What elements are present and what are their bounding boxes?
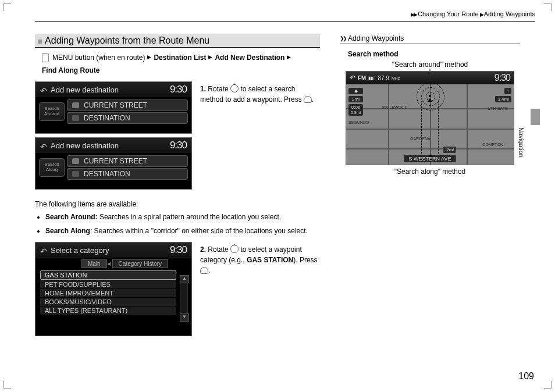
menu-button-icon xyxy=(42,53,49,62)
available-intro: The following items are available: xyxy=(35,200,320,208)
bullet-label: Search Around: xyxy=(45,213,98,221)
press-knob-icon xyxy=(304,96,312,103)
back-arrow-icon xyxy=(40,86,48,94)
step-text-a: Rotate xyxy=(208,85,230,93)
side-button-search-along: Search Along xyxy=(39,158,65,177)
press-knob-icon xyxy=(200,267,208,274)
section-title-text: Adding Waypoints from the Route Menu xyxy=(45,35,209,46)
section-title: ■ Adding Waypoints from the Route Menu xyxy=(35,34,320,48)
clock: 9:30 xyxy=(170,84,187,95)
screen-title: Add new destination xyxy=(51,85,119,94)
tab-main: Main xyxy=(81,259,107,268)
menu-path-step3: Find Along Route xyxy=(42,65,100,76)
bullet-search-around: Search Around: Searches in a spiral patt… xyxy=(45,212,320,222)
back-arrow-icon: ↶ xyxy=(350,74,355,82)
back-arrow-icon xyxy=(40,247,48,255)
city-label: UTH GATE xyxy=(488,106,508,111)
map-screenshot: ↶ FM ▮▮▯ 87.9MHz 9:30 xyxy=(346,71,514,165)
section-side-tab xyxy=(531,109,540,125)
menu-path-step2: Add New Destination xyxy=(215,52,284,63)
turn-icon: ↑ xyxy=(504,88,511,94)
step-text-a: Rotate xyxy=(208,245,230,254)
street-label: S WESTERN AVE xyxy=(404,155,456,162)
sidebar-header-text: Adding Waypoints xyxy=(348,34,404,42)
scale-badge: .2mi xyxy=(443,147,456,153)
period: . xyxy=(208,266,210,275)
back-arrow-icon xyxy=(40,142,48,150)
fm-freq: 87.9 xyxy=(378,75,389,81)
city-label: COMPTON xyxy=(482,142,503,147)
list-item: CURRENT STREET xyxy=(67,99,188,111)
menu-path-step1: Destination List xyxy=(154,52,206,63)
list-item: DESTINATION xyxy=(67,168,188,180)
scroll-down-icon: ▼ xyxy=(180,313,189,322)
method-label-top: "Search around" method xyxy=(340,60,520,69)
menu-path-intro: MENU button (when en route) xyxy=(52,52,145,63)
city-label: INGLEWOOD xyxy=(382,105,408,109)
nav-screenshot-select-category: Select a category 9:30 Main ◀ Category H… xyxy=(35,242,192,336)
step-text-bold: GAS STATION xyxy=(247,256,293,264)
step-number: 2. xyxy=(200,245,206,254)
section-side-label: Navigation xyxy=(518,127,525,158)
triangle-right-icon: ▶ xyxy=(147,54,151,62)
bullet-label: Search Along xyxy=(45,227,90,235)
nav-screenshot-search-along: Add new destination 9:30 Search Along CU… xyxy=(35,137,192,190)
bullet-text: Searches in a spiral pattern around the … xyxy=(98,213,282,221)
period: . xyxy=(312,95,314,104)
chevron-right-icon: ▶ xyxy=(480,12,483,17)
rotate-knob-icon xyxy=(230,245,239,253)
method-label-bottom: "Search along" method xyxy=(340,168,520,176)
page-number: 109 xyxy=(518,371,534,382)
map-left-badges: ◆ 2mi 0:060.9mi xyxy=(348,88,363,116)
category-item: ALL TYPES (RESTAURANT) xyxy=(40,307,176,315)
bullet-text: : Searches within a "corridor" on either… xyxy=(90,227,308,235)
category-item: BOOKS/MUSIC/VIDEO xyxy=(40,298,176,306)
corridor-icon xyxy=(421,101,439,156)
options-list: Search Around: Searches in a spiral patt… xyxy=(35,212,320,236)
sidebar-header: ❯❯ Adding Waypoints xyxy=(340,34,520,44)
breadcrumb-part2: Adding Waypoints xyxy=(484,10,535,17)
scroll-up-icon: ▲ xyxy=(180,275,189,283)
triangle-right-icon: ▶ xyxy=(208,54,212,62)
step-text-c: ). Press xyxy=(293,256,317,264)
fm-label: FM xyxy=(358,75,366,81)
distance-badge: 2mi xyxy=(348,96,363,102)
chevron-right-icon: ❯❯ xyxy=(340,35,346,41)
clock: 9:30 xyxy=(170,140,187,151)
screen-title: Select a category xyxy=(51,246,109,255)
step-1-text: 1. Rotate to select a search method to a… xyxy=(200,81,320,193)
category-item-selected: GAS STATION xyxy=(40,270,176,280)
eta-badge: 0:060.9mi xyxy=(348,104,363,116)
category-item: PET FOOD/SUPPLIES xyxy=(40,280,176,288)
sidebar-title: Search method xyxy=(348,50,520,58)
bullet-search-along: Search Along: Searches within a "corrido… xyxy=(45,226,320,236)
city-label: SEGUNDO xyxy=(348,120,369,124)
nav-screenshot-search-around: Add new destination 9:30 Search Around C… xyxy=(35,81,192,134)
side-button-search-around: Search Around xyxy=(39,102,65,121)
fm-unit: MHz xyxy=(392,76,400,80)
triangle-right-icon: ▶ xyxy=(287,54,291,62)
chevron-right-icon: ▶▶ xyxy=(411,12,417,17)
rotate-knob-icon xyxy=(230,84,239,92)
list-item: CURRENT STREET xyxy=(67,155,188,167)
screen-title: Add new destination xyxy=(51,141,119,150)
breadcrumb-part1: Changing Your Route xyxy=(418,10,479,17)
step-2-text: 2. Rotate to select a waypoint category … xyxy=(200,242,320,340)
triangle-left-icon: ◀ xyxy=(107,261,111,266)
step-number: 1. xyxy=(200,85,206,93)
distance-right: 3.4mi xyxy=(495,96,511,102)
category-item: HOME IMPROVEMENT xyxy=(40,289,176,297)
scrollbar: ▲ ▼ xyxy=(180,275,188,322)
north-icon: ◆ xyxy=(348,88,363,94)
square-bullet-icon: ■ xyxy=(37,36,42,46)
breadcrumb: ▶▶Changing Your Route▶Adding Waypoints xyxy=(35,10,535,22)
clock: 9:30 xyxy=(170,244,187,256)
category-tabs: Main ◀ Category History xyxy=(35,258,191,269)
clock: 9:30 xyxy=(494,73,510,83)
list-item: DESTINATION xyxy=(67,112,188,124)
map-right-badges: ↑ 3.4mi xyxy=(495,88,511,102)
menu-path: MENU button (when en route) ▶ Destinatio… xyxy=(42,52,320,76)
tab-history: Category History xyxy=(112,259,168,268)
